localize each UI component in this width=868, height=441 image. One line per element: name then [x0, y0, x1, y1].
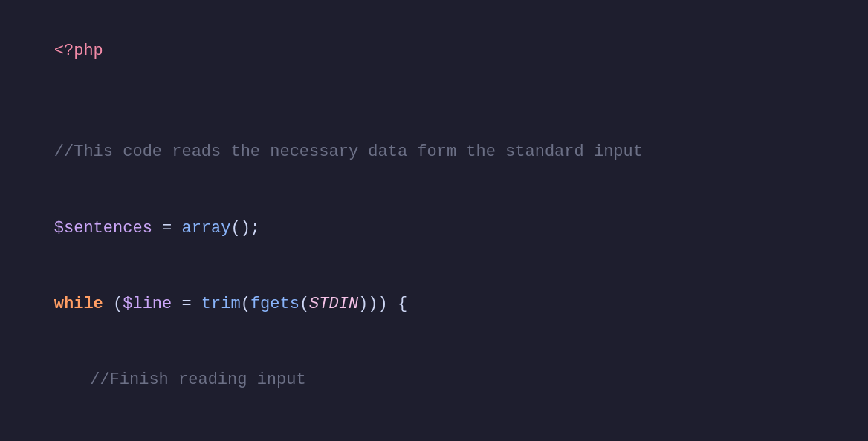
sentences-var: $sentences	[54, 219, 152, 238]
line-while: while ($line = trim(fgets(STDIN))) {	[15, 267, 853, 342]
comment1-text: //This code reads the necessary data for…	[54, 143, 643, 161]
trim-func: trim	[201, 295, 241, 313]
line-if: if (strtolower($line) == 'exit') {	[15, 419, 853, 442]
line-comment1: //This code reads the necessary data for…	[15, 114, 853, 190]
line-sentences-init: $sentences = array();	[15, 191, 853, 267]
array-func: array	[181, 219, 230, 238]
paren-end: ();	[230, 219, 260, 238]
php-open-tag: <?php	[54, 42, 103, 60]
line-empty-1	[15, 89, 853, 114]
fgets-func: fgets	[250, 295, 299, 313]
stdin-var: STDIN	[309, 295, 358, 313]
line-comment2: //Finish reading input	[15, 342, 853, 418]
while-keyword: while	[54, 295, 103, 313]
line-php-tag: <?php	[15, 13, 853, 89]
comment2-text: //Finish reading input	[90, 370, 305, 389]
assign-op: =	[152, 219, 182, 238]
code-editor: <?php //This code reads the necessary da…	[15, 13, 853, 441]
line-var1: $line	[123, 295, 172, 313]
